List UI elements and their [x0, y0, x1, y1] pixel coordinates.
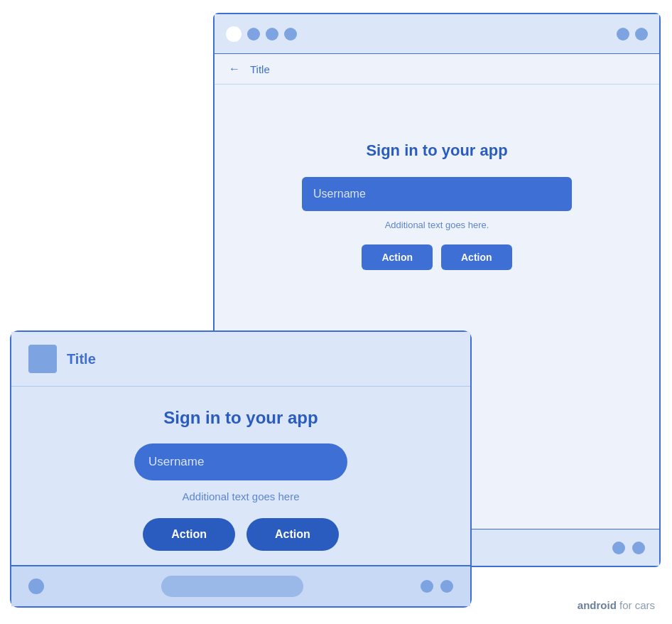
- car-bottom-center: [44, 576, 421, 597]
- status-dot-1: [247, 28, 260, 41]
- phone-additional-text: Additional text goes here.: [385, 220, 489, 230]
- phone-nav-title: Title: [250, 63, 270, 75]
- car-bottom-dot-left: [28, 579, 44, 594]
- status-dots-right: [617, 28, 648, 41]
- status-dot-r2: [635, 28, 648, 41]
- phone-content: Sign in to your app Username Additional …: [215, 85, 659, 298]
- brand-for-cars: for cars: [617, 599, 655, 611]
- car-action-button-1[interactable]: Action: [143, 518, 235, 551]
- car-sign-in-title: Sign in to your app: [163, 408, 318, 428]
- car-bottom-pill: [161, 576, 303, 597]
- car-content: Sign in to your app Username Additional …: [11, 387, 470, 565]
- phone-bottom-dot-2: [632, 542, 645, 554]
- car-mockup: Title Sign in to your app Username Addit…: [10, 330, 472, 608]
- status-dot-r1: [617, 28, 629, 41]
- phone-action-button-1[interactable]: Action: [362, 244, 433, 270]
- car-username-label: Username: [148, 455, 204, 469]
- phone-username-input[interactable]: Username: [302, 177, 572, 211]
- phone-bottom-dot-1: [612, 542, 625, 554]
- brand-label: android for cars: [578, 599, 655, 611]
- car-action-button-2[interactable]: Action: [246, 518, 339, 551]
- phone-action-row: Action Action: [362, 244, 511, 270]
- status-dot-2: [266, 28, 278, 41]
- phone-username-label: Username: [313, 188, 366, 200]
- brand-android: android: [578, 599, 617, 611]
- car-action-row: Action Action: [143, 518, 339, 551]
- phone-sign-in-title: Sign in to your app: [366, 141, 507, 160]
- back-arrow-icon[interactable]: ←: [229, 63, 240, 75]
- car-bottom-right: [421, 580, 453, 593]
- car-logo-icon: [28, 345, 57, 373]
- car-bottom-left: [28, 579, 44, 594]
- phone-action-button-2[interactable]: Action: [441, 244, 512, 270]
- car-username-input[interactable]: Username: [134, 443, 347, 480]
- phone-status-bar: [215, 14, 659, 54]
- status-dots-left: [226, 26, 297, 42]
- car-bottom-dot-r1: [421, 580, 433, 593]
- phone-nav-bar: ← Title: [215, 54, 659, 85]
- car-header: Title: [11, 332, 470, 387]
- car-bottom-bar: [11, 565, 470, 606]
- car-additional-text: Additional text goes here: [182, 490, 299, 502]
- status-dot-white: [226, 26, 242, 42]
- car-bottom-dot-r2: [440, 580, 453, 593]
- car-header-title: Title: [67, 351, 96, 367]
- status-dot-3: [284, 28, 297, 41]
